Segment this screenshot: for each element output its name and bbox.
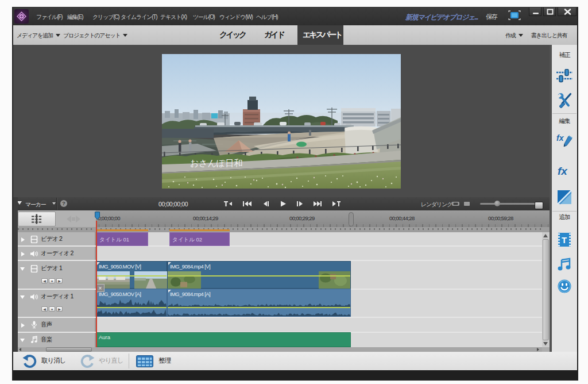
svg-text:おさんぽ日和: おさんぽ日和 xyxy=(190,158,242,168)
svg-text:fx: fx xyxy=(558,165,568,177)
svg-text:fx: fx xyxy=(556,133,564,143)
svg-text:T: T xyxy=(562,235,567,245)
